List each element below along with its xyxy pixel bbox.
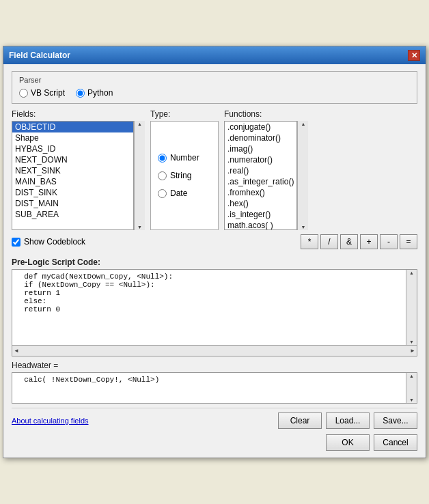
parser-vbscript-radio[interactable] (19, 89, 28, 98)
type-string-label: String (170, 171, 191, 180)
type-column: Type: Number String Date (150, 109, 219, 230)
parser-radio-row: VB Script Python (19, 88, 410, 98)
functions-listbox[interactable]: .conjugate() .denominator() .imag() .num… (224, 121, 297, 230)
list-item[interactable]: MAIN_BAS (12, 176, 133, 187)
scroll-down-arrow[interactable]: ▼ (409, 397, 414, 402)
clear-button[interactable]: Clear (278, 412, 322, 429)
scroll-up-arrow[interactable]: ▲ (137, 122, 142, 126)
show-codeblock-checkbox-label[interactable]: Show Codeblock (12, 237, 85, 247)
list-item[interactable]: math.acos( ) (225, 220, 296, 230)
fields-scrollbar[interactable]: ▲ ▼ (134, 121, 145, 230)
type-string-radio[interactable] (158, 171, 167, 180)
prelogic-code-container: def myCad(NextDown_Copy, <Null>): if (Ne… (12, 269, 417, 346)
parser-group: Parser VB Script Python (12, 71, 417, 104)
functions-list-container: .conjugate() .denominator() .imag() .num… (224, 121, 417, 230)
type-number-option[interactable]: Number (158, 153, 211, 163)
fields-list-container: OBJECTID Shape HYBAS_ID NEXT_DOWN NEXT_S… (12, 121, 145, 230)
op-multiply-button[interactable]: * (301, 234, 318, 249)
cancel-button[interactable]: Cancel (374, 434, 417, 451)
fields-label: Fields: (12, 109, 145, 119)
dialog-title: Field Calculator (9, 51, 70, 60)
parser-python-radio[interactable] (76, 89, 85, 98)
list-item[interactable]: .imag() (225, 143, 296, 154)
list-item[interactable]: HYBAS_ID (12, 143, 133, 154)
list-item[interactable]: .real() (225, 165, 296, 176)
load-button[interactable]: Load... (326, 412, 370, 429)
scroll-down-arrow[interactable]: ▼ (137, 225, 142, 229)
type-radio-group: Number String Date (150, 121, 219, 230)
list-item[interactable]: Shape (12, 132, 133, 143)
list-item[interactable]: .hex() (225, 198, 296, 209)
hscroll-left-arrow[interactable]: ◄ (14, 348, 19, 354)
parser-vbscript-label: VB Script (31, 88, 65, 98)
field-calculator-dialog: Field Calculator ✕ Parser VB Script Pyth… (3, 46, 426, 458)
list-item[interactable]: .denominator() (225, 132, 296, 143)
parser-label: Parser (19, 76, 410, 84)
fields-column: Fields: OBJECTID Shape HYBAS_ID NEXT_DOW… (12, 109, 145, 230)
prelogic-hscrollbar[interactable]: ◄ ► (12, 346, 417, 356)
operator-buttons-group: * / & + - = (301, 234, 417, 249)
list-item[interactable]: .numerator() (225, 154, 296, 165)
functions-label: Functions: (224, 109, 417, 119)
type-date-label: Date (170, 188, 187, 198)
list-item[interactable]: .as_integer_ratio() (225, 176, 296, 187)
list-item[interactable]: OBJECTID (12, 122, 133, 132)
show-codeblock-checkbox[interactable] (12, 238, 20, 247)
scroll-up-arrow[interactable]: ▲ (301, 122, 305, 126)
show-codeblock-label: Show Codeblock (24, 237, 85, 247)
bottom-buttons-row: About calculating fields Clear Load... S… (12, 408, 417, 429)
type-date-option[interactable]: Date (158, 188, 211, 198)
scroll-up-arrow[interactable]: ▲ (409, 374, 414, 378)
close-button[interactable]: ✕ (408, 50, 420, 61)
parser-python-option[interactable]: Python (76, 88, 113, 98)
list-item[interactable]: NEXT_DOWN (12, 154, 133, 165)
expression-textarea[interactable]: calc( !NextDown_Copy!, <Null>) (12, 373, 406, 403)
list-item[interactable]: .fromhex() (225, 187, 296, 198)
parser-vbscript-option[interactable]: VB Script (19, 88, 65, 98)
op-plus-button[interactable]: + (360, 234, 378, 249)
scroll-up-arrow[interactable]: ▲ (409, 270, 414, 275)
expression-scrollbar[interactable]: ▲ ▼ (406, 373, 417, 403)
type-number-label: Number (170, 153, 199, 163)
ok-button[interactable]: OK (326, 434, 370, 451)
op-equals-button[interactable]: = (400, 234, 417, 249)
scroll-down-arrow[interactable]: ▼ (409, 339, 414, 344)
list-item[interactable]: .conjugate() (225, 122, 296, 132)
parser-python-label: Python (87, 88, 113, 98)
hscroll-right-arrow[interactable]: ► (410, 348, 415, 354)
list-item[interactable]: .is_integer() (225, 209, 296, 220)
fields-type-functions-row: Fields: OBJECTID Shape HYBAS_ID NEXT_DOW… (12, 109, 417, 230)
prelogic-label: Pre-Logic Script Code: (12, 257, 417, 267)
list-item[interactable]: DIST_SINK (12, 187, 133, 198)
expression-container: calc( !NextDown_Copy!, <Null>) ▲ ▼ (12, 372, 417, 404)
ok-cancel-row: OK Cancel (12, 434, 417, 451)
functions-scrollbar[interactable]: ▲ ▼ (297, 121, 308, 230)
op-ampersand-button[interactable]: & (340, 234, 358, 249)
title-bar: Field Calculator ✕ (3, 46, 426, 64)
save-button[interactable]: Save... (374, 412, 417, 429)
fields-listbox[interactable]: OBJECTID Shape HYBAS_ID NEXT_DOWN NEXT_S… (12, 121, 134, 230)
about-link[interactable]: About calculating fields (12, 417, 89, 425)
list-item[interactable]: SUB_AREA (12, 209, 133, 220)
scroll-down-arrow[interactable]: ▼ (301, 225, 305, 229)
op-minus-button[interactable]: - (380, 234, 398, 249)
type-date-radio[interactable] (158, 189, 167, 198)
list-item[interactable]: DIST_MAIN (12, 198, 133, 209)
functions-column: Functions: .conjugate() .denominator() .… (224, 109, 417, 230)
dialog-body: Parser VB Script Python Fields: OBJECT (3, 64, 426, 458)
type-number-radio[interactable] (158, 154, 167, 163)
op-divide-button[interactable]: / (320, 234, 338, 249)
type-label: Type: (150, 109, 219, 119)
list-item[interactable]: NEXT_SINK (12, 165, 133, 176)
action-buttons-group: Clear Load... Save... (278, 412, 417, 429)
prelogic-code-textarea[interactable]: def myCad(NextDown_Copy, <Null>): if (Ne… (12, 270, 406, 345)
expression-label: Headwater = (12, 361, 417, 370)
prelogic-scrollbar[interactable]: ▲ ▼ (406, 270, 417, 345)
type-string-option[interactable]: String (158, 171, 211, 180)
